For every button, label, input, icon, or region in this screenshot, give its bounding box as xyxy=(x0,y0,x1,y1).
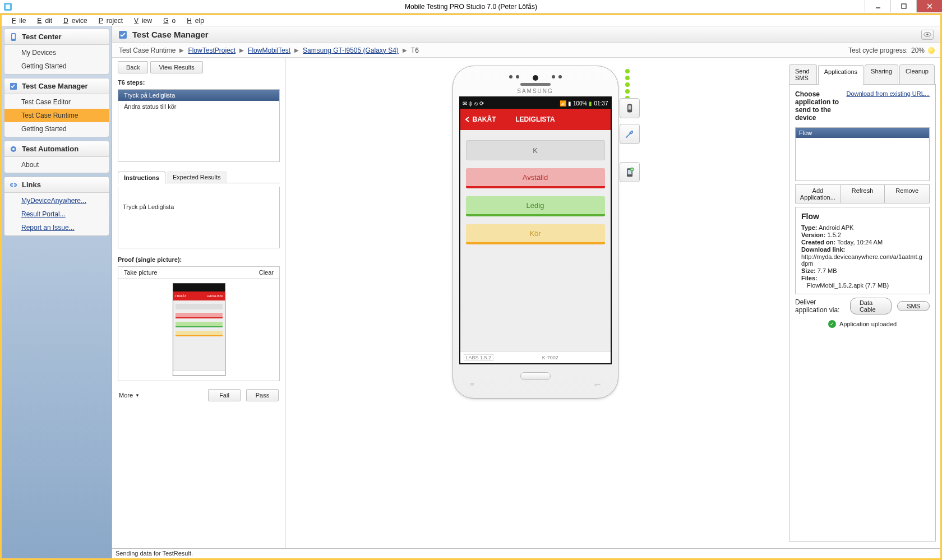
nav-title: Test Center xyxy=(22,33,62,41)
data-cable-button[interactable]: Data Cable xyxy=(850,298,892,314)
statusbar: Sending data for TestResult. xyxy=(112,548,940,558)
back-button[interactable]: Back xyxy=(118,61,148,73)
window-frame: File Edit Device Project View Go Help Te… xyxy=(0,13,942,560)
breadcrumb-current: T6 xyxy=(411,47,419,54)
minimize-button[interactable] xyxy=(865,0,890,12)
progress-dot-icon xyxy=(928,47,935,54)
app-detail-name: Flow xyxy=(801,212,923,221)
app-footer: LABS 1.5.2 K-7002 xyxy=(460,351,611,363)
sidebar-item-tc-runtime[interactable]: Test Case Runtime xyxy=(4,109,109,122)
back-key-icon[interactable]: ⤺ xyxy=(594,380,601,389)
menu-file[interactable]: File xyxy=(5,16,29,26)
caret-down-icon: ▼ xyxy=(135,393,140,398)
apps-heading: Choose application to send to the device xyxy=(795,90,842,122)
menu-go[interactable]: Go xyxy=(156,16,179,26)
device-pane: SAMSUNG ✉ ψ ⎋ ⟳ 📶 xyxy=(286,58,784,548)
upload-button[interactable] xyxy=(620,162,640,182)
remove-button[interactable]: Remove xyxy=(884,185,929,203)
nav-header-test-center[interactable]: Test Center xyxy=(4,29,109,45)
proof-thumbnail[interactable]: < BAKÅTLEDIGLISTA xyxy=(173,283,225,376)
link-icon xyxy=(9,181,18,189)
clock-value: 01:37 xyxy=(594,100,608,107)
tab-cleanup[interactable]: Cleanup xyxy=(899,64,935,85)
sidebar-item-getting-started-tcm[interactable]: Getting Started xyxy=(4,122,109,136)
device-screen[interactable]: ✉ ψ ⎋ ⟳ 📶 ▮ 100% ▮ 01 xyxy=(459,96,612,364)
steps-pane: Back View Results T6 steps: Tryck på Led… xyxy=(112,58,286,548)
download-url-link[interactable]: Download from existing URL... xyxy=(846,90,930,97)
nav-header-links[interactable]: Links xyxy=(4,177,109,193)
phone-home-button[interactable] xyxy=(520,372,551,380)
nav-title: Test Case Manager xyxy=(22,82,88,90)
sms-button[interactable]: SMS xyxy=(897,301,930,311)
sidebar-item-report-issue[interactable]: Report an Issue... xyxy=(4,221,109,234)
app-btn-ledig[interactable]: Ledig xyxy=(466,196,605,216)
nav-panel-links: Links MyDeviceAnywhere... Result Portal.… xyxy=(4,177,109,236)
tab-expected-results[interactable]: Expected Results xyxy=(167,171,227,183)
breadcrumb-link-project[interactable]: FlowTestProject xyxy=(188,47,236,54)
app-back-button[interactable]: BAKÅT xyxy=(460,115,501,123)
app-search-input[interactable]: K xyxy=(466,140,605,160)
applications-list[interactable]: Flow xyxy=(795,127,930,181)
breadcrumb-link-test[interactable]: FlowMobilTest xyxy=(248,47,290,54)
refresh-button[interactable]: Refresh xyxy=(840,185,885,203)
tools-button[interactable] xyxy=(620,124,640,144)
sidebar-item-result-portal[interactable]: Result Portal... xyxy=(4,207,109,221)
view-toggle-button[interactable] xyxy=(921,30,934,40)
breadcrumb-link-device[interactable]: Samsung GT-I9505 (Galaxy S4) xyxy=(303,47,399,54)
svg-rect-7 xyxy=(12,34,15,39)
pass-button[interactable]: Pass xyxy=(246,389,279,401)
tab-applications[interactable]: Applications xyxy=(818,65,864,85)
sync-icon: ⟳ xyxy=(479,100,484,107)
page-title: Test Case Manager xyxy=(132,30,209,39)
nav-header-tcm[interactable]: Test Case Manager xyxy=(4,78,109,94)
tab-send-sms[interactable]: Send SMS xyxy=(789,64,817,85)
app-btn-avstalld[interactable]: Avställd xyxy=(466,168,605,188)
maximize-button[interactable] xyxy=(890,0,916,12)
device-mockup: SAMSUNG ✉ ψ ⎋ ⟳ 📶 xyxy=(452,66,618,399)
sidebar-item-getting-started-tc[interactable]: Getting Started xyxy=(4,59,109,73)
device-action-buttons xyxy=(620,98,640,182)
phone-statusbar: ✉ ψ ⎋ ⟳ 📶 ▮ 100% ▮ 01 xyxy=(460,98,611,109)
app-detail: Flow Type: Android APK Version: 1.5.2 Cr… xyxy=(795,207,930,294)
nav-header-automation[interactable]: Test Automation xyxy=(4,141,109,157)
more-dropdown[interactable]: More▼ xyxy=(119,392,140,399)
sidebar-item-mydeviceanywhere[interactable]: MyDeviceAnywhere... xyxy=(4,194,109,207)
gear-icon xyxy=(9,145,18,154)
sidebar-item-about[interactable]: About xyxy=(4,158,109,172)
sidebar-item-my-devices[interactable]: My Devices xyxy=(4,46,109,59)
menu-help[interactable]: Help xyxy=(180,16,207,26)
sidebar-item-tc-editor[interactable]: Test Case Editor xyxy=(4,95,109,109)
step-row[interactable]: Ändra status till kör xyxy=(118,101,279,112)
menu-device[interactable]: Device xyxy=(57,16,91,26)
check-icon: ✓ xyxy=(828,320,836,328)
progress-indicator: Test cycle progress: 20% xyxy=(848,47,935,54)
tab-instructions[interactable]: Instructions xyxy=(118,172,165,183)
fail-button[interactable]: Fail xyxy=(208,389,241,401)
deliver-label: Deliver application via: xyxy=(795,298,844,314)
chevron-left-icon xyxy=(465,117,470,122)
checklist-icon xyxy=(118,30,128,40)
app-body: K Avställd Ledig Kör xyxy=(460,130,611,351)
call-button[interactable] xyxy=(620,98,640,118)
main-area: Test Case Manager Test Case Runtime ▶ Fl… xyxy=(112,26,940,558)
menu-view[interactable]: View xyxy=(127,16,155,26)
steps-list[interactable]: Tryck på Lediglista Ändra status till kö… xyxy=(118,89,280,162)
close-button[interactable] xyxy=(916,0,942,12)
clear-button[interactable]: Clear xyxy=(259,269,274,276)
window-titlebar: Mobile Testing PRO Studio 7.0 (Peter Löf… xyxy=(0,0,942,13)
battery-value: 100% xyxy=(573,100,588,107)
step-row[interactable]: Tryck på Lediglista xyxy=(118,90,279,101)
tab-sharing[interactable]: Sharing xyxy=(865,64,898,85)
app-btn-kor[interactable]: Kör xyxy=(466,224,605,244)
list-item[interactable]: Flow xyxy=(796,128,929,138)
svg-point-13 xyxy=(926,34,929,36)
progress-value: 20% xyxy=(911,47,925,54)
take-picture-button[interactable]: Take picture xyxy=(124,269,157,276)
menu-key-icon[interactable]: ≡ xyxy=(470,380,474,389)
app-footer-left: LABS 1.5.2 xyxy=(464,354,494,361)
add-application-button[interactable]: Add Application... xyxy=(796,185,840,203)
menu-edit[interactable]: Edit xyxy=(30,16,56,26)
usb-icon: ψ xyxy=(469,100,473,107)
menu-project[interactable]: Project xyxy=(92,16,126,26)
view-results-button[interactable]: View Results xyxy=(150,61,202,73)
